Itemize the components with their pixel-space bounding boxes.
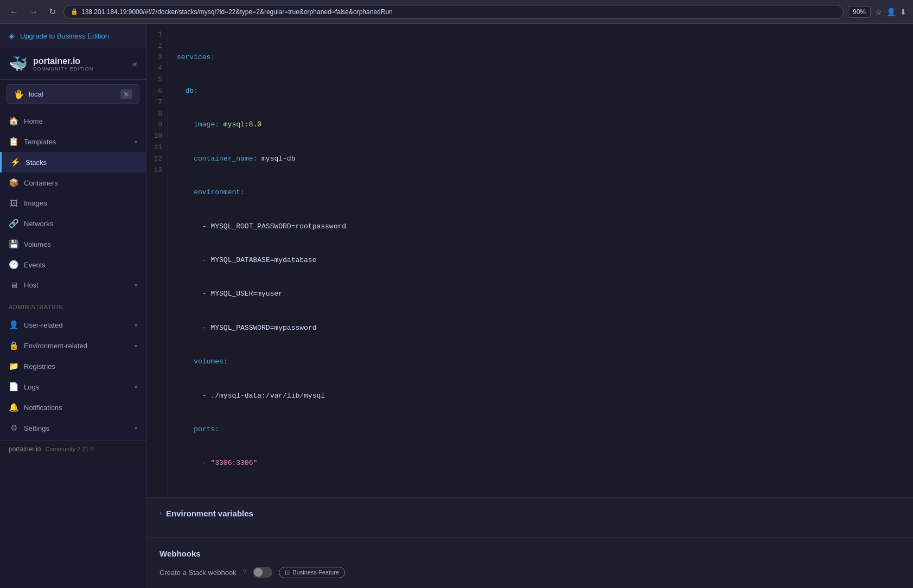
upgrade-banner[interactable]: ◈ Upgrade to Business Edition bbox=[0, 24, 146, 48]
sidebar-item-label: Notifications bbox=[24, 404, 137, 412]
stacks-icon: ⚡ bbox=[10, 157, 20, 167]
webhook-toggle[interactable] bbox=[253, 567, 272, 578]
images-icon: 🖼 bbox=[9, 199, 18, 208]
download-icon[interactable]: ⬇ bbox=[900, 8, 906, 16]
portainer-logo: 🐳 portainer.io Community Edition « bbox=[0, 48, 146, 80]
sidebar-item-label: Volumes bbox=[24, 240, 137, 248]
home-icon: 🏠 bbox=[9, 116, 18, 126]
environment-section: 🖐 local ✕ bbox=[0, 80, 146, 108]
sidebar-item-settings[interactable]: ⚙ Settings ▾ bbox=[0, 418, 146, 438]
line-numbers: 12345 678910 111213 bbox=[146, 24, 168, 497]
code-editor[interactable]: 12345 678910 111213 services: db: image:… bbox=[146, 24, 913, 498]
chevron-down-icon: ▾ bbox=[135, 384, 137, 390]
sidebar-item-templates[interactable]: 📋 Templates ▾ bbox=[0, 131, 146, 152]
env-variables-panel: › Environment variables bbox=[146, 498, 913, 538]
business-feature-icon: ⊡ bbox=[285, 569, 290, 576]
admin-navigation: 👤 User-related ▾ 🔒 Environment-related ▾… bbox=[0, 312, 146, 440]
sidebar-item-label: Settings bbox=[24, 424, 129, 432]
upgrade-text: Upgrade to Business Edition bbox=[20, 32, 109, 40]
webhooks-title: Webhooks bbox=[159, 549, 900, 558]
sidebar-item-label: Home bbox=[24, 117, 137, 125]
footer-version-text: Community 2.21.5 bbox=[45, 446, 93, 452]
zoom-level[interactable]: 90% bbox=[848, 6, 871, 18]
settings-icon: ⚙ bbox=[9, 423, 18, 433]
environment-related-icon: 🔒 bbox=[9, 341, 18, 350]
footer-logo-text: portainer.io bbox=[9, 445, 41, 453]
sidebar-item-events[interactable]: 🕐 Events bbox=[0, 254, 146, 275]
environment-icon: 🖐 bbox=[14, 89, 24, 99]
webhooks-panel: Webhooks Create a Stack webhook ? ⊡ Busi… bbox=[146, 538, 913, 588]
sidebar-item-containers[interactable]: 📦 Containers bbox=[0, 172, 146, 193]
sidebar-item-user-related[interactable]: 👤 User-related ▾ bbox=[0, 315, 146, 335]
sidebar-item-label: Networks bbox=[24, 220, 137, 228]
portainer-icon: 🐳 bbox=[9, 55, 28, 73]
registries-icon: 📁 bbox=[9, 361, 18, 371]
env-variables-title: Environment variables bbox=[166, 509, 253, 518]
environment-name: local bbox=[29, 90, 116, 98]
sidebar-item-environment-related[interactable]: 🔒 Environment-related ▾ bbox=[0, 335, 146, 356]
logo-sub-text: Community Edition bbox=[33, 66, 93, 72]
code-content[interactable]: services: db: image: mysql:8.0 container… bbox=[168, 24, 913, 497]
user-icon: 👤 bbox=[9, 320, 18, 330]
sidebar-item-volumes[interactable]: 💾 Volumes bbox=[0, 234, 146, 254]
browser-action-icons: ☆ 👤 ⬇ bbox=[875, 8, 906, 16]
sidebar-item-label: Registries bbox=[24, 362, 137, 370]
chevron-down-icon: ▾ bbox=[135, 425, 137, 431]
networks-icon: 🔗 bbox=[9, 219, 18, 228]
volumes-icon: 💾 bbox=[9, 239, 18, 249]
logo-text: portainer.io Community Edition bbox=[33, 56, 93, 72]
forward-button[interactable]: → bbox=[26, 5, 41, 19]
sidebar-item-images[interactable]: 🖼 Images bbox=[0, 193, 146, 213]
sidebar-item-label: Environment-related bbox=[24, 342, 129, 350]
admin-section-header: Administration bbox=[0, 297, 146, 312]
security-icon: 🔒 bbox=[71, 8, 78, 15]
sidebar-item-label: User-related bbox=[24, 321, 129, 329]
sidebar-item-label: Host bbox=[24, 281, 129, 289]
address-bar[interactable]: 🔒 138.201.184.19:9000/#!/2/docker/stacks… bbox=[63, 5, 844, 19]
collapse-button[interactable]: « bbox=[132, 59, 137, 69]
templates-icon: 📋 bbox=[9, 137, 18, 146]
business-feature-badge: ⊡ Business Feature bbox=[279, 567, 345, 578]
help-icon[interactable]: ? bbox=[243, 568, 247, 576]
upgrade-icon: ◈ bbox=[9, 31, 15, 40]
browser-toolbar: ← → ↻ 🔒 138.201.184.19:9000/#!/2/docker/… bbox=[0, 0, 913, 24]
notifications-icon: 🔔 bbox=[9, 402, 18, 412]
sidebar-item-registries[interactable]: 📁 Registries bbox=[0, 356, 146, 376]
chevron-down-icon: ▾ bbox=[135, 282, 137, 288]
chevron-down-icon: ▾ bbox=[135, 343, 137, 349]
sidebar-item-logs[interactable]: 📄 Logs ▾ bbox=[0, 376, 146, 397]
logs-icon: 📄 bbox=[9, 382, 18, 392]
sidebar-item-label: Containers bbox=[24, 179, 137, 187]
webhook-label: Create a Stack webhook bbox=[159, 568, 237, 577]
main-navigation: 🏠 Home 📋 Templates ▾ ⚡ Stacks 📦 Containe… bbox=[0, 108, 146, 297]
url-text: 138.201.184.19:9000/#!/2/docker/stacks/m… bbox=[81, 8, 837, 16]
sidebar-item-notifications[interactable]: 🔔 Notifications bbox=[0, 397, 146, 418]
sidebar-item-label: Images bbox=[24, 199, 137, 207]
sidebar: ◈ Upgrade to Business Edition 🐳 portaine… bbox=[0, 24, 146, 588]
chevron-down-icon: ▾ bbox=[135, 322, 137, 328]
events-icon: 🕐 bbox=[9, 260, 18, 270]
sidebar-item-networks[interactable]: 🔗 Networks bbox=[0, 213, 146, 234]
containers-icon: 📦 bbox=[9, 178, 18, 188]
reload-button[interactable]: ↻ bbox=[46, 4, 59, 19]
env-variables-toggle[interactable]: › bbox=[159, 509, 162, 517]
main-content: 12345 678910 111213 services: db: image:… bbox=[146, 24, 913, 588]
host-icon: 🖥 bbox=[9, 280, 18, 290]
bookmark-icon[interactable]: ☆ bbox=[875, 8, 882, 16]
business-feature-label: Business Feature bbox=[292, 569, 339, 576]
environment-badge[interactable]: 🖐 local ✕ bbox=[7, 84, 139, 104]
environment-close-button[interactable]: ✕ bbox=[120, 90, 132, 99]
sidebar-item-label: Templates bbox=[24, 138, 129, 146]
sidebar-item-stacks[interactable]: ⚡ Stacks bbox=[0, 152, 146, 172]
profile-icon[interactable]: 👤 bbox=[886, 8, 896, 16]
sidebar-item-label: Stacks bbox=[25, 158, 137, 167]
back-button[interactable]: ← bbox=[7, 5, 22, 19]
sidebar-footer: portainer.io Community 2.21.5 bbox=[0, 440, 146, 457]
chevron-down-icon: ▾ bbox=[135, 139, 137, 145]
sidebar-item-label: Logs bbox=[24, 383, 129, 391]
logo-main-text: portainer.io bbox=[33, 56, 93, 66]
sidebar-item-label: Events bbox=[24, 261, 137, 269]
sidebar-item-home[interactable]: 🏠 Home bbox=[0, 111, 146, 131]
sidebar-item-host[interactable]: 🖥 Host ▾ bbox=[0, 275, 146, 295]
